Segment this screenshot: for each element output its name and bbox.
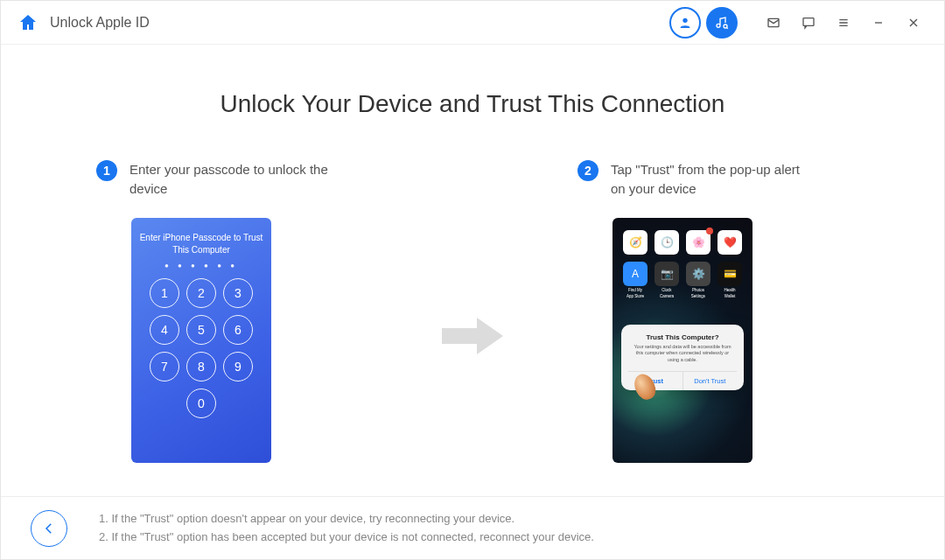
minimize-button[interactable] xyxy=(864,8,893,38)
hint-1: 1. If the "Trust" option doesn't appear … xyxy=(99,510,594,528)
app-icon: A xyxy=(623,262,648,286)
back-button[interactable] xyxy=(31,510,67,547)
page-title: Unlock Apple ID xyxy=(50,15,150,31)
app-icon: 🧭 xyxy=(623,230,648,255)
app-icon: ❤️ xyxy=(718,230,742,255)
app-icon: 📷 xyxy=(654,262,679,286)
passcode-phone-illustration: Enter iPhone Passcode to Trust This Comp… xyxy=(131,218,271,463)
dont-trust-button: Don't Trust xyxy=(683,372,738,390)
app-icon: 🌸 xyxy=(686,230,710,255)
app-icon: 🕒 xyxy=(654,230,679,255)
step-2: 2 Tap "Trust" from the pop-up alert on y… xyxy=(578,160,849,463)
titlebar: Unlock Apple ID xyxy=(1,1,944,45)
trust-phone-illustration: 🧭 🕒 🌸 ❤️ A 📷 ⚙️ 💳 Find My Clock Photos H… xyxy=(612,218,752,463)
arrow-right-icon xyxy=(442,318,503,358)
content-area: Unlock Your Device and Trust This Connec… xyxy=(1,45,944,496)
passcode-dots: ● ● ● ● ● ● xyxy=(131,262,271,270)
heading: Unlock Your Device and Trust This Connec… xyxy=(220,90,725,118)
close-button[interactable] xyxy=(899,8,928,38)
key-8: 8 xyxy=(186,352,216,382)
key-2: 2 xyxy=(186,278,216,308)
step-2-number: 2 xyxy=(578,160,598,181)
steps-row: 1 Enter your passcode to unlock the devi… xyxy=(96,160,849,463)
hint-2: 2. If the "Trust" option has been accept… xyxy=(99,528,594,546)
step-1-number: 1 xyxy=(96,160,117,181)
alert-title: Trust This Computer? xyxy=(628,333,737,341)
footer: 1. If the "Trust" option doesn't appear … xyxy=(1,496,944,559)
footer-hints: 1. If the "Trust" option doesn't appear … xyxy=(99,510,594,545)
keypad: 1 2 3 4 5 6 7 8 9 0 xyxy=(131,278,271,418)
app-icon: 💳 xyxy=(718,262,742,286)
key-6: 6 xyxy=(223,315,253,345)
music-search-icon[interactable] xyxy=(706,7,738,38)
feedback-icon[interactable] xyxy=(794,8,823,38)
mail-icon[interactable] xyxy=(759,8,788,38)
step-1-text: Enter your passcode to unlock the device xyxy=(130,160,331,199)
key-9: 9 xyxy=(223,352,253,382)
svg-rect-3 xyxy=(803,18,814,25)
home-icon[interactable] xyxy=(17,11,39,34)
key-0: 0 xyxy=(186,388,216,418)
alert-desc: Your settings and data will be accessibl… xyxy=(628,344,737,371)
account-icon[interactable] xyxy=(669,7,701,38)
step-2-text: Tap "Trust" from the pop-up alert on you… xyxy=(611,160,812,199)
menu-icon[interactable] xyxy=(829,8,858,38)
svg-point-0 xyxy=(682,18,687,22)
key-3: 3 xyxy=(223,278,253,308)
app-icon: ⚙️ xyxy=(686,262,710,286)
key-5: 5 xyxy=(186,315,216,345)
key-7: 7 xyxy=(150,352,179,382)
passcode-prompt-title: Enter iPhone Passcode to Trust This Comp… xyxy=(131,218,271,262)
key-4: 4 xyxy=(150,315,179,345)
step-1: 1 Enter your passcode to unlock the devi… xyxy=(96,160,368,463)
app-window: Unlock Apple ID Unlock Your Device and T… xyxy=(0,0,945,560)
key-1: 1 xyxy=(150,278,179,308)
